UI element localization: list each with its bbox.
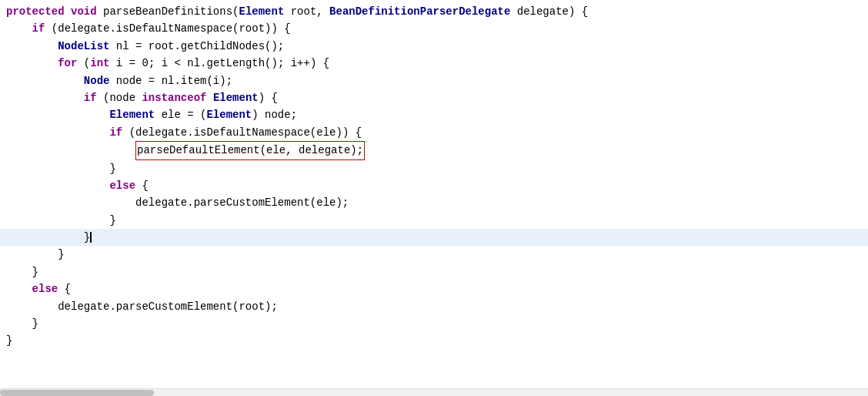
code-line: } (0, 212, 868, 229)
code-token: Element (206, 106, 252, 123)
boxed-code: parseDefaultElement(ele, delegate); (135, 141, 365, 159)
code-token (6, 72, 84, 89)
horizontal-scrollbar[interactable] (0, 388, 868, 396)
code-token: } (6, 160, 116, 177)
code-line: NodeList nl = root.getChildNodes(); (0, 38, 868, 55)
code-token: } (6, 263, 38, 280)
code-token: ele = ( (155, 106, 206, 123)
code-token (6, 106, 109, 123)
code-token: { (135, 177, 149, 194)
code-token: } (6, 332, 12, 349)
code-token: Element (213, 89, 259, 106)
code-token: i = 0; i < nl.getLength(); i++) { (109, 55, 329, 72)
code-token: Element (109, 106, 155, 123)
code-token: ) { (259, 89, 278, 106)
code-line: } (0, 315, 868, 332)
code-line: } (0, 229, 868, 246)
code-token: Element (239, 3, 284, 20)
code-token: } (6, 315, 38, 332)
code-token: root, (284, 3, 329, 20)
code-token: NodeList (58, 38, 109, 55)
code-token (6, 177, 109, 194)
code-token: BeanDefinitionParserDelegate (329, 3, 510, 20)
code-token: if (84, 89, 97, 106)
code-token: (delegate.isDefaultNamespace(root)) { (45, 20, 290, 37)
code-line: else { (0, 280, 868, 297)
code-line: if (delegate.isDefaultNamespace(root)) { (0, 20, 868, 37)
code-token: } (6, 246, 65, 263)
code-token: (delegate.isDefaultNamespace(ele)) { (122, 124, 362, 141)
code-token (6, 124, 109, 141)
code-token (6, 38, 58, 55)
code-line: } (0, 246, 868, 263)
code-token: { (58, 280, 71, 297)
code-line: parseDefaultElement(ele, delegate); (0, 141, 868, 159)
code-token (6, 55, 58, 72)
code-token: Node (84, 72, 110, 89)
scrollbar-thumb[interactable] (0, 390, 154, 396)
code-token: for (58, 55, 77, 72)
code-token: delegate.parseCustomElement(root); (6, 298, 278, 315)
code-line: } (0, 263, 868, 280)
code-token (6, 280, 32, 297)
code-line: delegate.parseCustomElement(root); (0, 298, 868, 315)
code-token: void (71, 3, 97, 20)
code-editor: protected void parseBeanDefinitions(Elem… (0, 0, 868, 396)
code-token: delegate.parseCustomElement(ele); (6, 194, 349, 211)
code-token: } (6, 229, 90, 246)
code-token (6, 89, 84, 106)
code-token: int (90, 55, 109, 72)
code-token: } (6, 212, 116, 229)
code-line: if (node instanceof Element) { (0, 89, 868, 106)
code-lines: protected void parseBeanDefinitions(Elem… (0, 3, 868, 350)
code-token: nl = root.getChildNodes(); (109, 38, 284, 55)
code-token: node = nl.item(i); (109, 72, 232, 89)
code-token (6, 20, 32, 37)
code-token: parseBeanDefinitions( (97, 3, 239, 20)
code-token: else (32, 280, 58, 297)
code-token: if (109, 124, 122, 141)
code-token: if (32, 20, 45, 37)
code-token (6, 142, 135, 159)
code-token: else (109, 177, 135, 194)
code-token: instanceof (142, 89, 206, 106)
code-token (65, 3, 71, 20)
code-line: } (0, 332, 868, 349)
code-line: protected void parseBeanDefinitions(Elem… (0, 3, 868, 20)
code-token: ( (77, 55, 90, 72)
code-line: for (int i = 0; i < nl.getLength(); i++)… (0, 55, 868, 72)
code-line: Node node = nl.item(i); (0, 72, 868, 89)
code-line: if (delegate.isDefaultNamespace(ele)) { (0, 124, 868, 141)
code-line: delegate.parseCustomElement(ele); (0, 194, 868, 211)
code-token (206, 89, 212, 106)
code-token: (node (97, 89, 142, 106)
code-line: Element ele = (Element) node; (0, 106, 868, 123)
cursor (90, 232, 92, 243)
code-token: delegate) { (510, 3, 588, 20)
code-line: } (0, 160, 868, 177)
code-line: else { (0, 177, 868, 194)
code-token: protected (6, 3, 65, 20)
code-token: ) node; (252, 106, 297, 123)
